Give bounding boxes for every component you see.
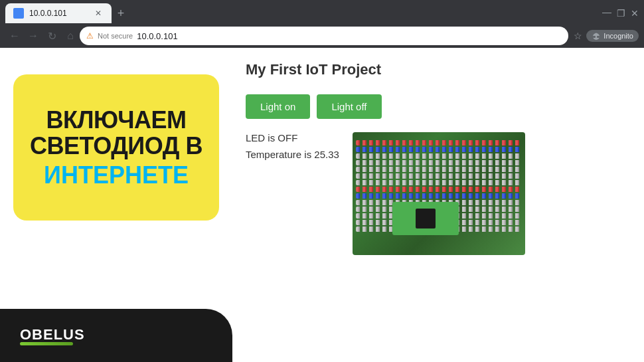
refresh-button[interactable]: ↻ <box>42 27 61 45</box>
bottom-bar: OBELUS <box>0 309 232 362</box>
svg-rect-2 <box>593 36 596 38</box>
brand-underline <box>20 342 73 345</box>
incognito-badge: Incognito <box>586 30 639 42</box>
address-bar[interactable]: ⚠ Not secure 10.0.0.101 <box>80 27 568 45</box>
pico-chip <box>416 209 436 228</box>
temperature-status: Temperature is 25.33 <box>246 149 339 160</box>
yellow-card: ВКЛЮЧАЕМ СВЕТОДИОД В ИНТЕРНЕТЕ <box>13 74 219 221</box>
tab-favicon <box>13 8 24 19</box>
security-warning-icon: ⚠ <box>86 31 94 41</box>
active-tab[interactable]: 10.0.0.101 ✕ <box>5 3 112 23</box>
new-tab-button[interactable]: + <box>112 4 130 23</box>
url-text: 10.0.0.101 <box>137 31 177 41</box>
forward-button[interactable]: → <box>24 27 42 45</box>
breadboard <box>353 139 525 255</box>
tab-close-button[interactable]: ✕ <box>93 8 104 19</box>
light-on-button[interactable]: Light on <box>246 94 310 119</box>
svg-rect-3 <box>597 36 600 38</box>
incognito-icon <box>592 31 601 41</box>
page-content: ВКЛЮЧАЕМ СВЕТОДИОД В ИНТЕРНЕТЕ My First … <box>0 48 644 362</box>
button-row: Light on Light off <box>246 94 617 119</box>
tab-bar: 10.0.0.101 ✕ + — ❐ ✕ <box>0 0 644 24</box>
pico-board <box>392 202 459 235</box>
page-title: My First IoT Project <box>246 61 617 78</box>
light-off-button[interactable]: Light off <box>317 94 381 119</box>
led-status: LED is OFF <box>246 132 339 143</box>
restore-button[interactable]: ❐ <box>617 8 625 19</box>
obelus-logo: OBELUS <box>20 326 85 345</box>
incognito-label: Incognito <box>604 32 633 40</box>
iot-section: My First IoT Project Light on Light off … <box>246 61 617 255</box>
minimize-button[interactable]: — <box>602 7 611 19</box>
close-button[interactable]: ✕ <box>631 8 639 19</box>
window-controls: — ❐ ✕ <box>602 7 639 19</box>
status-section: LED is OFF Temperature is 25.33 <box>246 132 617 255</box>
back-button[interactable]: ← <box>5 27 24 45</box>
bookmark-icon[interactable]: ☆ <box>574 31 582 41</box>
home-button[interactable]: ⌂ <box>61 27 80 45</box>
toolbar-right: ☆ Incognito <box>568 30 639 42</box>
brand-name: OBELUS <box>20 326 85 343</box>
yellow-card-line1: ВКЛЮЧАЕМ СВЕТОДИОД В <box>30 107 202 159</box>
status-text-block: LED is OFF Temperature is 25.33 <box>246 132 339 160</box>
yellow-card-line3: ИНТЕРНЕТЕ <box>44 162 189 189</box>
tab-title: 10.0.0.101 <box>29 9 88 18</box>
not-secure-label: Not secure <box>98 32 133 40</box>
address-bar-row: ← → ↻ ⌂ ⚠ Not secure 10.0.0.101 ☆ Incogn… <box>0 24 644 48</box>
board-image <box>353 132 525 255</box>
